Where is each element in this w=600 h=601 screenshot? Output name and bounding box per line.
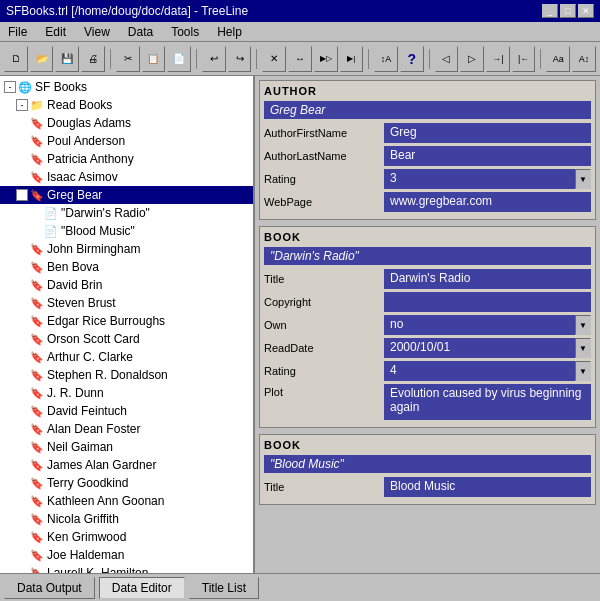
author-lastname-value[interactable]: Bear <box>384 146 591 166</box>
menu-help[interactable]: Help <box>213 24 246 40</box>
menu-tools[interactable]: Tools <box>167 24 203 40</box>
david-f-label: David Feintuch <box>47 404 127 418</box>
author-header-value[interactable]: Greg Bear <box>264 101 591 119</box>
james-icon: 🔖 <box>30 459 44 472</box>
author-firstname-value[interactable]: Greg <box>384 123 591 143</box>
tree-item-poul[interactable]: 🔖 Poul Anderson <box>0 132 253 150</box>
tree-item-readbooks[interactable]: - 📁 Read Books <box>0 96 253 114</box>
tree-item-david-f[interactable]: 🔖 David Feintuch <box>0 402 253 420</box>
toolbar-copy[interactable]: 📋 <box>142 46 166 72</box>
toolbar-help[interactable]: ? <box>400 46 424 72</box>
tree-item-ben[interactable]: 🔖 Ben Bova <box>0 258 253 276</box>
book2-header-value[interactable]: "Blood Music" <box>264 455 591 473</box>
tab-data-output[interactable]: Data Output <box>4 577 95 599</box>
toolbar-font[interactable]: A↕ <box>572 46 596 72</box>
author-section-label: AUTHOR <box>264 85 591 97</box>
maximize-button[interactable]: □ <box>560 4 576 18</box>
menu-edit[interactable]: Edit <box>41 24 70 40</box>
toolbar-btn-arrows[interactable]: ↔ <box>288 46 312 72</box>
tree-item-kathleen[interactable]: 🔖 Kathleen Ann Goonan <box>0 492 253 510</box>
toolbar-format[interactable]: Aa <box>546 46 570 72</box>
expand-sfbooks[interactable]: - <box>4 81 16 93</box>
toolbar-indent[interactable]: →| <box>486 46 510 72</box>
toolbar-nav-prev[interactable]: ◁ <box>435 46 459 72</box>
tree-item-john[interactable]: 🔖 John Birmingham <box>0 240 253 258</box>
tree-item-ken[interactable]: 🔖 Ken Grimwood <box>0 528 253 546</box>
title-bar: SFBooks.trl [/home/doug/doc/data] - Tree… <box>0 0 600 22</box>
tree-item-david-brin[interactable]: 🔖 David Brin <box>0 276 253 294</box>
tree-item-jr[interactable]: 🔖 J. R. Dunn <box>0 384 253 402</box>
toolbar-btn-play[interactable]: ▶▷ <box>314 46 338 72</box>
toolbar-print[interactable]: 🖨 <box>81 46 105 72</box>
toolbar-sort[interactable]: ↕A <box>374 46 398 72</box>
toolbar-new[interactable]: 🗋 <box>4 46 28 72</box>
expand-greg[interactable]: - <box>16 189 28 201</box>
tree-item-nicola[interactable]: 🔖 Nicola Griffith <box>0 510 253 528</box>
tree-item-isaac[interactable]: 🔖 Isaac Asimov <box>0 168 253 186</box>
book1-own-container: no ▼ <box>384 315 591 335</box>
tree-item-terry[interactable]: 🔖 Terry Goodkind <box>0 474 253 492</box>
toolbar-nav-next[interactable]: ▷ <box>460 46 484 72</box>
toolbar-save[interactable]: 💾 <box>55 46 79 72</box>
tree-item-edgar[interactable]: 🔖 Edgar Rice Burroughs <box>0 312 253 330</box>
toolbar-btn-fwd[interactable]: ▶| <box>340 46 364 72</box>
alan-icon: 🔖 <box>30 423 44 436</box>
tree-item-orson[interactable]: 🔖 Orson Scott Card <box>0 330 253 348</box>
tree-item-steven[interactable]: 🔖 Steven Brust <box>0 294 253 312</box>
expand-readbooks[interactable]: - <box>16 99 28 111</box>
tree-item-greg[interactable]: - 🔖 Greg Bear <box>0 186 253 204</box>
book1-rating-arrow[interactable]: ▼ <box>575 361 591 381</box>
terry-icon: 🔖 <box>30 477 44 490</box>
isaac-label: Isaac Asimov <box>47 170 118 184</box>
tree-item-james[interactable]: 🔖 James Alan Gardner <box>0 456 253 474</box>
toolbar-outdent[interactable]: |← <box>512 46 536 72</box>
author-rating-value[interactable]: 3 <box>384 169 575 189</box>
author-webpage-row: WebPage www.gregbear.com <box>264 192 591 212</box>
tree-panel[interactable]: - 🌐 SF Books - 📁 Read Books 🔖 Douglas Ad… <box>0 76 255 573</box>
tree-item-joe[interactable]: 🔖 Joe Haldeman <box>0 546 253 564</box>
toolbar-paste[interactable]: 📄 <box>167 46 191 72</box>
tree-item-alan[interactable]: 🔖 Alan Dean Foster <box>0 420 253 438</box>
tree-item-patricia[interactable]: 🔖 Patricia Anthony <box>0 150 253 168</box>
steven-label: Steven Brust <box>47 296 116 310</box>
menu-view[interactable]: View <box>80 24 114 40</box>
book1-own-arrow[interactable]: ▼ <box>575 315 591 335</box>
toolbar-open[interactable]: 📂 <box>30 46 54 72</box>
toolbar-redo[interactable]: ↪ <box>228 46 252 72</box>
orson-label: Orson Scott Card <box>47 332 140 346</box>
tree-item-blood[interactable]: 📄 "Blood Music" <box>0 222 253 240</box>
menu-data[interactable]: Data <box>124 24 157 40</box>
book1-readdate-value[interactable]: 2000/10/01 <box>384 338 575 358</box>
tree-item-darwins[interactable]: 📄 "Darwin's Radio" <box>0 204 253 222</box>
close-button[interactable]: ✕ <box>578 4 594 18</box>
book1-copyright-label: Copyright <box>264 296 384 308</box>
author-rating-arrow[interactable]: ▼ <box>575 169 591 189</box>
book1-own-value[interactable]: no <box>384 315 575 335</box>
tree-item-stephen[interactable]: 🔖 Stephen R. Donaldson <box>0 366 253 384</box>
book1-readdate-row: ReadDate 2000/10/01 ▼ <box>264 338 591 358</box>
minimize-button[interactable]: _ <box>542 4 558 18</box>
tab-title-list[interactable]: Title List <box>189 577 259 599</box>
toolbar-btn-x[interactable]: ✕ <box>262 46 286 72</box>
toolbar-undo[interactable]: ↩ <box>202 46 226 72</box>
tree-item-arthur[interactable]: 🔖 Arthur C. Clarke <box>0 348 253 366</box>
tree-item-laurell[interactable]: 🔖 Laurell K. Hamilton <box>0 564 253 573</box>
book2-title-label: Title <box>264 481 384 493</box>
book1-copyright-value[interactable] <box>384 292 591 312</box>
book1-plot-row: Plot Evolution caused by virus beginning… <box>264 384 591 420</box>
book1-title-value[interactable]: Darwin's Radio <box>384 269 591 289</box>
tree-item-douglas[interactable]: 🔖 Douglas Adams <box>0 114 253 132</box>
tab-data-editor[interactable]: Data Editor <box>99 577 185 599</box>
book1-header-value[interactable]: "Darwin's Radio" <box>264 247 591 265</box>
book1-plot-value[interactable]: Evolution caused by virus beginning agai… <box>384 384 591 420</box>
menu-file[interactable]: File <box>4 24 31 40</box>
edgar-label: Edgar Rice Burroughs <box>47 314 165 328</box>
book1-rating-value[interactable]: 4 <box>384 361 575 381</box>
tree-item-neil[interactable]: 🔖 Neil Gaiman <box>0 438 253 456</box>
toolbar-cut[interactable]: ✂ <box>116 46 140 72</box>
tree-item-sfbooks[interactable]: - 🌐 SF Books <box>0 78 253 96</box>
book2-title-value[interactable]: Blood Music <box>384 477 591 497</box>
book1-readdate-arrow[interactable]: ▼ <box>575 338 591 358</box>
author-webpage-value[interactable]: www.gregbear.com <box>384 192 591 212</box>
poul-label: Poul Anderson <box>47 134 125 148</box>
